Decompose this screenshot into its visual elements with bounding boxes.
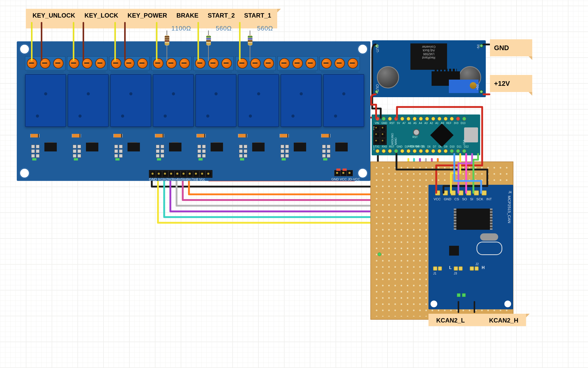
v12-flag: +12V bbox=[490, 75, 532, 92]
resistor-brake bbox=[166, 30, 168, 51]
buck-in-pos-label: IN+ bbox=[475, 84, 480, 90]
relay-screw-terminals bbox=[25, 56, 360, 70]
can-jumper-j3 bbox=[454, 266, 463, 271]
can-header bbox=[435, 190, 487, 195]
can-jumper-j1 bbox=[433, 266, 442, 271]
can-pin-labels: VCCGNDCSSOSISCKINT bbox=[434, 197, 492, 201]
relay-control-header bbox=[149, 170, 212, 178]
can-title: MCP2515_CAN bbox=[507, 196, 512, 223]
can-jumper-j2 bbox=[470, 266, 479, 271]
relay-control-pin-labels: GNDIn1In2In3In4In5In6In7In8Vcc bbox=[149, 177, 205, 181]
resistor-brake-value: 1100Ω bbox=[171, 25, 191, 32]
nano-top-pin-labels: VINGNDRST5VA7A6A5A4A3A2A1A0REF3V3D13 bbox=[375, 122, 465, 125]
relay-module-8ch: GNDIn1In2In3In4In5In6In7In8Vcc GND VCC J… bbox=[17, 41, 370, 181]
relay-power-header bbox=[334, 170, 353, 176]
can-silk-outline bbox=[476, 242, 502, 255]
gnd-flag: GND bbox=[490, 39, 532, 56]
buck-converter-lm2596: ReoRandLM2596Adj BuckConverter OUT- IN- … bbox=[372, 40, 486, 97]
mcp2515-can-module: VCCGNDCSSOSISCKINT J4 J1 J3 J2 L H MCP25… bbox=[428, 185, 513, 309]
resistor-start2 bbox=[207, 30, 210, 51]
kcan-flag: KCAN2_LKCAN2_H bbox=[428, 314, 526, 326]
resistor-start1 bbox=[249, 30, 251, 51]
arduino-nano: VINGNDRST5VA7A6A5A4A3A2A1A0REF3V3D13 TX1… bbox=[372, 114, 480, 155]
resistor-start2-value: 560Ω bbox=[216, 25, 232, 32]
resistor-start1-value: 560Ω bbox=[257, 25, 273, 32]
proto-led bbox=[378, 252, 381, 256]
buck-in-neg-label: IN- bbox=[476, 44, 480, 49]
relay-power-pin-labels: GND VCC JD-VCC bbox=[331, 177, 360, 181]
canvas[interactable]: { "signal_labels": ["KEY_UNLOCK","KEY_LO… bbox=[0, 0, 588, 368]
buck-out-neg-label: OUT- bbox=[375, 44, 379, 53]
buck-out-pos-label: OUT+ bbox=[375, 84, 379, 94]
nano-reset-button[interactable] bbox=[413, 129, 420, 136]
buck-chip: ReoRandLM2596Adj BuckConverter bbox=[410, 43, 447, 70]
